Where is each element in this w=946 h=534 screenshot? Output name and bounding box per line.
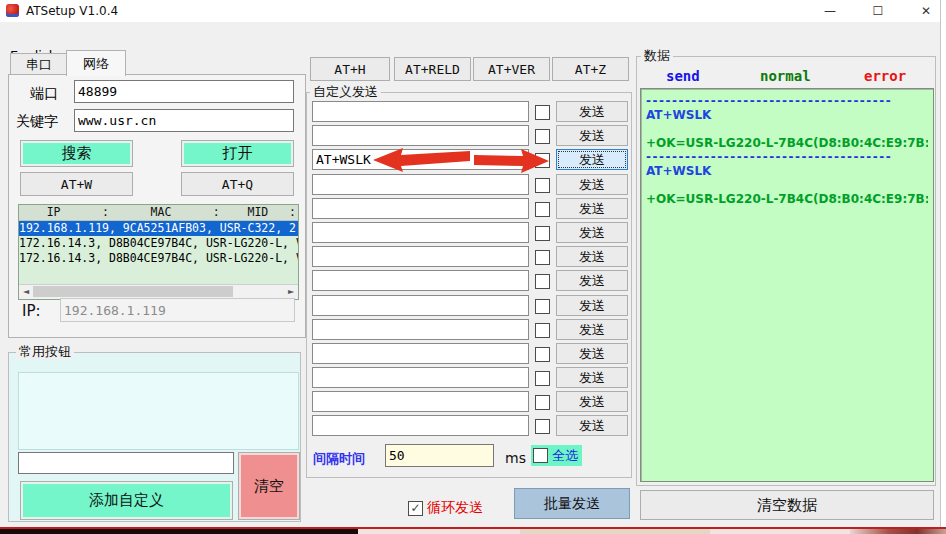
title-bar[interactable]: ATSetup V1.0.4 — ☐ ✕ [0, 0, 940, 22]
data-log[interactable]: -------------------------------------- A… [640, 88, 934, 482]
send-row-checkbox[interactable] [535, 395, 550, 410]
keyword-input[interactable] [74, 109, 294, 132]
send-row-checkbox[interactable] [535, 347, 550, 362]
scroll-left-icon[interactable]: ◄ [19, 285, 33, 298]
send-row-input[interactable] [312, 101, 529, 122]
send-row-input[interactable] [312, 174, 529, 195]
send-row-input-atwslk[interactable] [312, 149, 529, 170]
send-row-checkbox[interactable] [535, 178, 550, 193]
background-window-dark-area [0, 529, 358, 534]
open-button[interactable]: 打开 [181, 140, 294, 167]
keyword-label: 关键字 [16, 113, 58, 131]
at-h-button[interactable]: AT+H [310, 57, 390, 81]
log-line: +OK=USR-LG220-L-7B4C(D8:B0:4C:E9:7B:4B),… [646, 136, 928, 150]
clear-data-button[interactable]: 清空数据 [640, 490, 934, 520]
batch-send-button[interactable]: 批量发送 [514, 488, 630, 519]
send-row-checkbox[interactable] [535, 323, 550, 338]
send-button[interactable]: 发送 [556, 391, 628, 412]
send-button[interactable]: 发送 [556, 270, 628, 291]
select-all-chip: 全选 [531, 445, 582, 466]
minimize-button[interactable]: — [815, 0, 845, 22]
send-row-input[interactable] [312, 319, 529, 340]
send-row-input[interactable] [312, 343, 529, 364]
send-row-input[interactable] [312, 270, 529, 291]
send-button[interactable]: 发送 [556, 343, 628, 364]
at-z-button[interactable]: AT+Z [552, 57, 629, 81]
port-input[interactable] [74, 80, 294, 103]
interval-input[interactable] [385, 444, 494, 467]
add-custom-button[interactable]: 添加自定义 [20, 481, 233, 520]
loop-send-checkbox[interactable]: ✓ [408, 501, 423, 516]
scrollbar-thumb[interactable] [33, 286, 233, 297]
window-title: ATSetup V1.0.4 [26, 4, 118, 18]
custom-command-input[interactable] [18, 452, 234, 474]
at-w-button[interactable]: AT+W [20, 172, 133, 196]
send-row-input[interactable] [312, 222, 529, 243]
send-button[interactable]: 发送 [556, 246, 628, 267]
send-button-focused[interactable]: 发送 [556, 149, 628, 170]
tab-network[interactable]: 网络 [66, 50, 126, 76]
at-q-button[interactable]: AT+Q [181, 172, 294, 196]
send-row-input[interactable] [312, 246, 529, 267]
interval-unit: ms [505, 450, 526, 466]
menu-bar: English 关于 [0, 22, 940, 46]
send-row-input[interactable] [312, 367, 529, 388]
select-all-checkbox[interactable] [533, 448, 548, 463]
legend-error: error [864, 68, 906, 84]
background-window-edge [0, 527, 946, 534]
send-row-checkbox[interactable] [535, 371, 550, 386]
device-row[interactable]: 192.168.1.119, 9CA5251AFB03, USR-C322, 2… [19, 221, 298, 236]
loop-send-label: 循环发送 [427, 499, 483, 517]
send-button[interactable]: 发送 [556, 319, 628, 340]
device-list-header: IP : MAC : MID : VER [19, 205, 298, 221]
ip-field [60, 298, 295, 322]
send-row-checkbox[interactable] [535, 274, 550, 289]
legend-send: send [666, 68, 700, 84]
send-row-input[interactable] [312, 198, 529, 219]
common-buttons-panel [18, 372, 299, 450]
device-row[interactable]: 172.16.14.3, D8B04CE97B4C, USR-LG220-L, … [19, 236, 298, 251]
device-list[interactable]: IP : MAC : MID : VER 192.168.1.119, 9CA5… [18, 204, 299, 300]
send-button[interactable]: 发送 [556, 222, 628, 243]
send-button[interactable]: 发送 [556, 174, 628, 195]
send-row-input[interactable] [312, 295, 529, 316]
send-row-checkbox[interactable] [535, 226, 550, 241]
send-row-checkbox[interactable] [535, 202, 550, 217]
interval-label: 间隔时间 [313, 450, 365, 468]
search-button[interactable]: 搜索 [20, 140, 133, 167]
send-row-input[interactable] [312, 391, 529, 412]
send-button[interactable]: 发送 [556, 415, 628, 436]
log-line [646, 178, 928, 192]
log-line: -------------------------------------- [646, 150, 928, 164]
atsetup-window: ATSetup V1.0.4 — ☐ ✕ English 关于 串口 网络 端口… [0, 0, 946, 534]
ip-label: IP: [22, 302, 41, 320]
send-row-input[interactable] [312, 415, 529, 436]
close-button[interactable]: ✕ [911, 0, 941, 22]
at-ver-button[interactable]: AT+VER [473, 57, 550, 81]
send-row-checkbox[interactable] [535, 299, 550, 314]
legend-normal: normal [760, 68, 811, 84]
device-row[interactable]: 172.16.14.3, D8B04CE97B4C, USR-LG220-L, … [19, 251, 298, 266]
tab-serial[interactable]: 串口 [10, 53, 68, 76]
background-window-tan-area [520, 529, 710, 534]
send-row-checkbox[interactable] [535, 105, 550, 120]
clear-common-button[interactable]: 清空 [238, 452, 300, 520]
common-buttons-label: 常用按钮 [16, 345, 74, 359]
send-row-checkbox[interactable] [535, 250, 550, 265]
at-reld-button[interactable]: AT+RELD [394, 57, 471, 81]
window-body: ATSetup V1.0.4 — ☐ ✕ English 关于 串口 网络 端口… [0, 0, 941, 527]
send-button[interactable]: 发送 [556, 198, 628, 219]
send-button[interactable]: 发送 [556, 367, 628, 388]
log-line: AT+WSLK [646, 108, 928, 122]
send-row-checkbox[interactable] [535, 419, 550, 434]
send-button[interactable]: 发送 [556, 295, 628, 316]
device-list-hscrollbar[interactable]: ◄ ► [19, 284, 298, 299]
send-row-input[interactable] [312, 125, 529, 146]
send-row-checkbox[interactable] [535, 129, 550, 144]
send-row-checkbox[interactable] [535, 153, 550, 168]
maximize-button[interactable]: ☐ [863, 0, 893, 22]
log-line: AT+WSLK [646, 164, 928, 178]
send-button[interactable]: 发送 [556, 125, 628, 146]
send-button[interactable]: 发送 [556, 101, 628, 122]
scroll-right-icon[interactable]: ► [284, 285, 298, 298]
